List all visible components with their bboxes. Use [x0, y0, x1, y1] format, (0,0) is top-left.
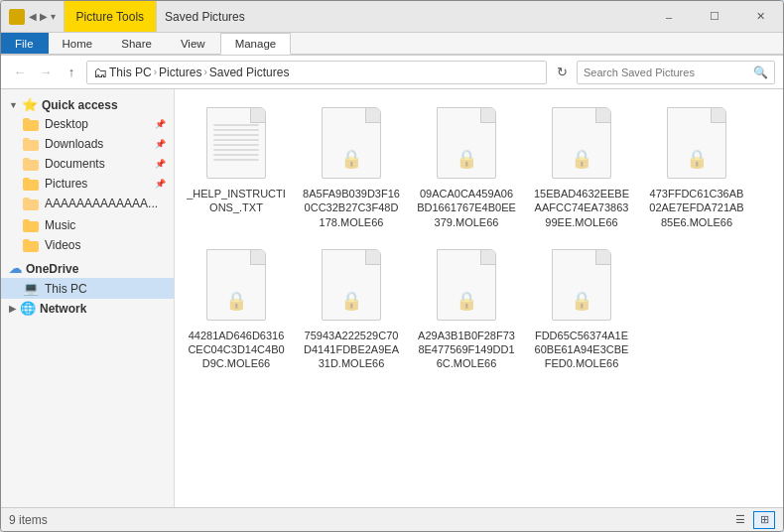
breadcrumb-pictures[interactable]: Pictures [159, 66, 201, 79]
file-icon [204, 107, 268, 183]
file-page [206, 107, 266, 179]
file-item[interactable]: 🔒473FFDC61C36AB02AE7EFDA721AB85E6.MOLE66 [643, 101, 750, 235]
app-icon [9, 9, 25, 25]
file-line [213, 124, 259, 126]
pin-icon-downloads: 📌 [155, 139, 166, 149]
breadcrumb[interactable]: 🗂 This PC › Pictures › Saved Pictures [86, 61, 547, 84]
file-watermark: 🔒 [225, 290, 247, 312]
file-icon: 🔒 [320, 107, 383, 183]
tab-file[interactable]: File [1, 33, 49, 54]
window-controls: – ☐ ✕ [646, 1, 783, 32]
tab-home[interactable]: Home [49, 33, 108, 54]
grid-view-button[interactable]: ⊞ [753, 511, 775, 529]
desktop-folder-icon [23, 118, 39, 131]
status-bar: 9 items ☰ ⊞ [1, 507, 783, 531]
network-header[interactable]: ▶ 🌐 Network [1, 299, 174, 318]
window-title: Saved Pictures [157, 1, 646, 32]
file-page: 🔒 [552, 249, 611, 321]
file-watermark: 🔒 [571, 148, 592, 170]
file-watermark: 🔒 [340, 148, 362, 170]
tab-share[interactable]: Share [107, 33, 167, 54]
sidebar-item-aaaa[interactable]: AAAAAAAAAAAAA... [1, 194, 174, 213]
sidebar-item-videos[interactable]: Videos [1, 235, 174, 255]
chevron-icon: ▼ [9, 100, 18, 110]
sidebar-item-documents-label: Documents [45, 157, 105, 171]
back-button[interactable]: ← [9, 62, 31, 83]
file-item[interactable]: 🔒75943A222529C70D4141FDBE2A9EA31D.MOLE66 [298, 243, 405, 377]
file-line [213, 159, 259, 161]
file-name: _HELP_INSTRUCTIONS_.TXT [187, 187, 286, 215]
file-icon: 🔒 [550, 249, 613, 325]
breadcrumb-arrow-2: › [203, 66, 206, 77]
file-line [213, 134, 259, 136]
file-grid: _HELP_INSTRUCTIONS_.TXT🔒8A5FA9B039D3F160… [175, 89, 783, 507]
file-line [213, 154, 259, 156]
file-name: 75943A222529C70D4141FDBE2A9EA31D.MOLE66 [302, 329, 401, 371]
up-button[interactable]: ↑ [61, 62, 82, 83]
breadcrumb-folder-icon: 🗂 [93, 65, 107, 80]
file-watermark: 🔒 [456, 148, 477, 170]
file-lines [213, 124, 259, 164]
network-icon: 🌐 [20, 301, 36, 316]
file-item[interactable]: 🔒15EBAD4632EEBEAAFCC74EA7386399EE.MOLE66 [528, 101, 635, 235]
file-icon: 🔒 [435, 107, 498, 183]
aaaa-folder-icon [23, 198, 39, 210]
sidebar-item-music-label: Music [45, 218, 75, 232]
star-icon: ⭐ [22, 97, 38, 112]
pictures-folder-icon [23, 178, 39, 191]
file-item[interactable]: 🔒09ACA0CA459A06BD1661767E4B0EE379.MOLE66 [413, 101, 520, 235]
file-page: 🔒 [552, 107, 611, 179]
network-chevron-icon: ▶ [9, 304, 16, 314]
sidebar-item-desktop[interactable]: Desktop 📌 [1, 114, 174, 134]
onedrive-header[interactable]: ☁ OneDrive [1, 259, 174, 278]
file-item[interactable]: 🔒8A5FA9B039D3F160CC32B27C3F48D178.MOLE66 [298, 101, 405, 235]
tab-manage[interactable]: Manage [220, 33, 292, 55]
close-button[interactable]: ✕ [737, 1, 783, 33]
sidebar-item-downloads-label: Downloads [45, 137, 103, 151]
documents-folder-icon [23, 158, 39, 171]
search-box[interactable]: 🔍 [577, 61, 775, 84]
onedrive-label: OneDrive [26, 262, 78, 276]
sidebar-item-pictures-label: Pictures [45, 177, 87, 191]
file-item[interactable]: _HELP_INSTRUCTIONS_.TXT [183, 101, 290, 235]
minimize-button[interactable]: – [646, 1, 692, 33]
file-watermark: 🔒 [686, 148, 708, 170]
search-input[interactable] [584, 66, 749, 78]
sidebar: ▼ ⭐ Quick access Desktop 📌 Downloads 📌 D… [1, 89, 175, 507]
videos-folder-icon [23, 239, 39, 252]
file-watermark: 🔒 [340, 290, 362, 312]
picture-tools-tab[interactable]: Picture Tools [64, 1, 157, 32]
maximize-button[interactable]: ☐ [692, 1, 737, 33]
sidebar-item-desktop-label: Desktop [45, 117, 88, 131]
search-icon: 🔍 [753, 66, 768, 79]
file-icon: 🔒 [204, 249, 268, 325]
sidebar-item-downloads[interactable]: Downloads 📌 [1, 134, 174, 154]
pin-icon-desktop: 📌 [155, 119, 166, 129]
refresh-button[interactable]: ↻ [551, 62, 573, 83]
quick-access-label: Quick access [42, 98, 118, 112]
file-item[interactable]: 🔒FDD65C56374A1E60BE61A94E3CBEFED0.MOLE66 [528, 243, 635, 377]
file-item[interactable]: 🔒44281AD646D6316CEC04C3D14C4B0D9C.MOLE66 [183, 243, 290, 377]
pc-icon: 💻 [23, 281, 39, 296]
file-icon: 🔒 [320, 249, 383, 325]
forward-button[interactable]: → [35, 62, 57, 83]
file-page: 🔒 [667, 107, 726, 179]
explorer-window: ◀ ▶ ▾ Picture Tools Saved Pictures – ☐ ✕… [0, 0, 784, 532]
file-name: 44281AD646D6316CEC04C3D14C4B0D9C.MOLE66 [187, 329, 286, 371]
sidebar-item-pictures[interactable]: Pictures 📌 [1, 174, 174, 194]
sidebar-item-documents[interactable]: Documents 📌 [1, 154, 174, 174]
main-layout: ▼ ⭐ Quick access Desktop 📌 Downloads 📌 D… [1, 89, 783, 507]
breadcrumb-saved-pictures[interactable]: Saved Pictures [209, 66, 290, 79]
file-page: 🔒 [322, 249, 381, 321]
file-icon: 🔒 [550, 107, 613, 183]
file-item[interactable]: 🔒A29A3B1B0F28F738E477569F149DD16C.MOLE66 [413, 243, 520, 377]
tab-view[interactable]: View [167, 33, 220, 54]
file-page: 🔒 [206, 249, 266, 321]
sidebar-item-thispc[interactable]: 💻 This PC [1, 278, 174, 299]
file-page: 🔒 [322, 107, 381, 179]
quick-access-header[interactable]: ▼ ⭐ Quick access [1, 95, 174, 114]
list-view-button[interactable]: ☰ [729, 511, 751, 529]
file-line [213, 129, 259, 131]
sidebar-item-music[interactable]: Music [1, 215, 174, 235]
cloud-icon: ☁ [9, 261, 22, 276]
